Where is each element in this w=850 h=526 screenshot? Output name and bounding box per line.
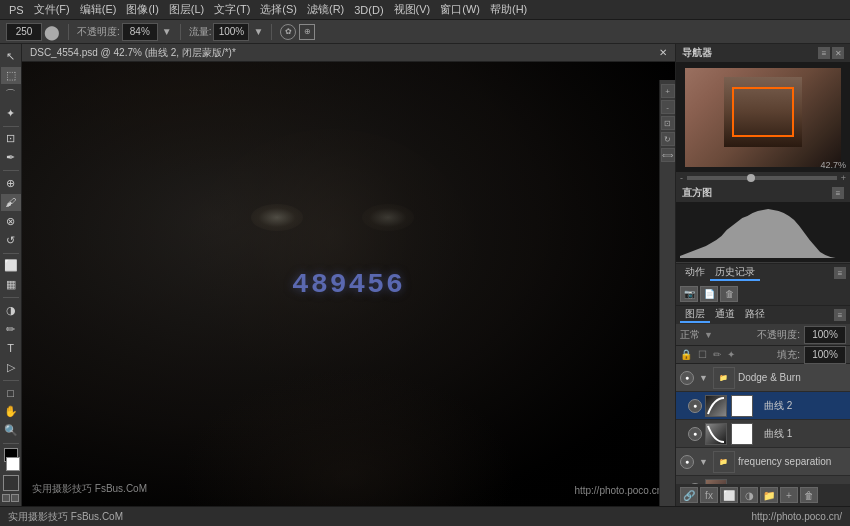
tab-actions[interactable]: 动作 (680, 265, 710, 281)
layer-name-curves1: 曲线 1 (756, 427, 846, 441)
fill-value-input[interactable] (804, 346, 846, 364)
delete-layer-btn[interactable]: 🗑 (800, 487, 818, 503)
history-toolbar: 📷 📄 🗑 (676, 283, 850, 305)
history-menu-btn[interactable]: ≡ (834, 267, 846, 279)
history-tabs: 动作 历史记录 (680, 265, 760, 281)
zoom-in-btn[interactable]: + (661, 84, 675, 98)
tool-move[interactable]: ↖ (1, 48, 21, 65)
new-layer-btn[interactable]: + (780, 487, 798, 503)
tab-channels[interactable]: 通道 (710, 307, 740, 323)
layer-name-curves2: 曲线 2 (756, 399, 846, 413)
background-color[interactable] (6, 457, 20, 471)
screen-mode-btn[interactable] (2, 494, 10, 502)
navigator-menu-btn[interactable]: ≡ (818, 47, 830, 59)
canvas-content[interactable]: 489456 实用摄影技巧 FsBus.CoM http://photo.poc… (22, 62, 675, 506)
tool-history-brush[interactable]: ↺ (1, 232, 21, 249)
menu-file[interactable]: 文件(F) (29, 2, 75, 17)
zoom-slider[interactable] (687, 176, 837, 180)
rotate-btn[interactable]: ↻ (661, 132, 675, 146)
tool-type[interactable]: T (1, 340, 21, 357)
navigator-close-btn[interactable]: ✕ (832, 47, 844, 59)
tab-history[interactable]: 历史记录 (710, 265, 760, 281)
curves1-icon (706, 424, 726, 444)
status-right: http://photo.poco.cn/ (751, 511, 842, 522)
menu-layer[interactable]: 图层(L) (164, 2, 209, 17)
history-delete-btn[interactable]: 🗑 (720, 286, 738, 302)
zoom-out-icon[interactable]: - (680, 173, 683, 183)
tab-layers[interactable]: 图层 (680, 307, 710, 323)
flip-btn[interactable]: ⟺ (661, 148, 675, 162)
layer-group-freq-sep[interactable]: ● ▼ 📁 frequency separation (676, 448, 850, 476)
full-screen-btn[interactable] (11, 494, 19, 502)
layers-menu-btn[interactable]: ≡ (834, 309, 846, 321)
tool-heal[interactable]: ⊕ (1, 175, 21, 192)
body-shadow (153, 351, 545, 506)
tool-hand[interactable]: ✋ (1, 403, 21, 420)
menu-select[interactable]: 选择(S) (255, 2, 302, 17)
navigator-preview[interactable]: 42.7% (676, 62, 850, 172)
canvas-area: DSC_4554.psd @ 42.7% (曲线 2, 闭层蒙版/*)* ✕ 4… (22, 44, 675, 506)
svg-marker-0 (680, 209, 846, 258)
menu-help[interactable]: 帮助(H) (485, 2, 532, 17)
airbrush-btn[interactable]: ✿ (280, 24, 296, 40)
layer-visibility-toggle[interactable]: ● (688, 427, 702, 441)
menu-ps[interactable]: PS (4, 4, 29, 16)
history-new-doc-btn[interactable]: 📄 (700, 286, 718, 302)
navigator-panel: 导航器 ≡ ✕ 42.7% - (676, 44, 850, 184)
layer-visibility-toggle[interactable]: ● (680, 371, 694, 385)
tab-paths[interactable]: 路径 (740, 307, 770, 323)
tool-zoom[interactable]: 🔍 (1, 422, 21, 439)
layer-visibility-toggle[interactable]: ● (680, 455, 694, 469)
tool-marquee[interactable]: ⬚ (1, 67, 21, 84)
tool-stamp[interactable]: ⊗ (1, 213, 21, 230)
tool-pen[interactable]: ✏ (1, 321, 21, 338)
mask-mode-btn[interactable] (3, 475, 19, 491)
blend-mode-dropdown[interactable]: ▼ (704, 330, 713, 340)
brush-size-input[interactable] (6, 23, 42, 41)
left-toolbar: ↖ ⬚ ⌒ ✦ ⊡ ✒ ⊕ 🖌 ⊗ ↺ ⬜ ▦ ◑ ✏ T ▷ □ ✋ 🔍 (0, 44, 22, 506)
link-layers-btn[interactable]: 🔗 (680, 487, 698, 503)
tool-dodge[interactable]: ◑ (1, 302, 21, 319)
opacity-input[interactable] (122, 23, 158, 41)
add-mask-btn[interactable]: ⬜ (720, 487, 738, 503)
lock-move-icon: ✦ (727, 349, 735, 360)
layer-curves1[interactable]: ● 曲线 1 (676, 420, 850, 448)
menu-image[interactable]: 图像(I) (121, 2, 163, 17)
tool-gradient[interactable]: ▦ (1, 276, 21, 293)
flow-slider-icon: ▼ (253, 26, 263, 37)
canvas-image: 489456 实用摄影技巧 FsBus.CoM http://photo.poc… (22, 62, 675, 506)
tool-shape[interactable]: □ (1, 384, 21, 401)
layer-curves2[interactable]: ● 曲线 2 (676, 392, 850, 420)
layer-group-dodge-burn[interactable]: ● ▼ 📁 Dodge & Burn (676, 364, 850, 392)
zoom-out-btn[interactable]: - (661, 100, 675, 114)
history-new-snapshot-btn[interactable]: 📷 (680, 286, 698, 302)
menu-window[interactable]: 窗口(W) (435, 2, 485, 17)
history-panel: 动作 历史记录 ≡ ✓ ▼ 动作 1 ✓ 脚片 ✓ schaef (676, 264, 850, 306)
layer-bg-copy3[interactable]: ● 背景 副本 3 (676, 476, 850, 484)
opacity-value-input[interactable] (804, 326, 846, 344)
menu-text[interactable]: 文字(T) (209, 2, 255, 17)
tool-magic-wand[interactable]: ✦ (1, 105, 21, 122)
tool-lasso[interactable]: ⌒ (1, 86, 21, 103)
zoom-in-icon[interactable]: + (841, 173, 846, 183)
history-item-action1[interactable]: ✓ ▼ 动作 1 (676, 282, 850, 283)
menu-view[interactable]: 视图(V) (389, 2, 436, 17)
menu-3d[interactable]: 3D(D) (349, 4, 388, 16)
layers-panel: 图层 通道 路径 ≡ 正常 ▼ 不透明度: 🔒 ☐ ✏ ✦ 填充: (676, 306, 850, 506)
fit-btn[interactable]: ⊡ (661, 116, 675, 130)
tool-eraser[interactable]: ⬜ (1, 257, 21, 274)
layer-visibility-toggle[interactable]: ● (688, 399, 702, 413)
histogram-menu-btn[interactable]: ≡ (832, 187, 844, 199)
tool-eyedropper[interactable]: ✒ (1, 149, 21, 166)
tool-brush[interactable]: 🖌 (1, 194, 21, 211)
canvas-close-btn[interactable]: ✕ (659, 47, 667, 58)
tool-crop[interactable]: ⊡ (1, 130, 21, 147)
tablet-pressure-btn[interactable]: ⊕ (299, 24, 315, 40)
add-style-btn[interactable]: fx (700, 487, 718, 503)
add-adjustment-btn[interactable]: ◑ (740, 487, 758, 503)
tool-path-select[interactable]: ▷ (1, 359, 21, 376)
add-group-btn[interactable]: 📁 (760, 487, 778, 503)
menu-edit[interactable]: 编辑(E) (75, 2, 122, 17)
flow-input[interactable] (213, 23, 249, 41)
menu-filter[interactable]: 滤镜(R) (302, 2, 349, 17)
